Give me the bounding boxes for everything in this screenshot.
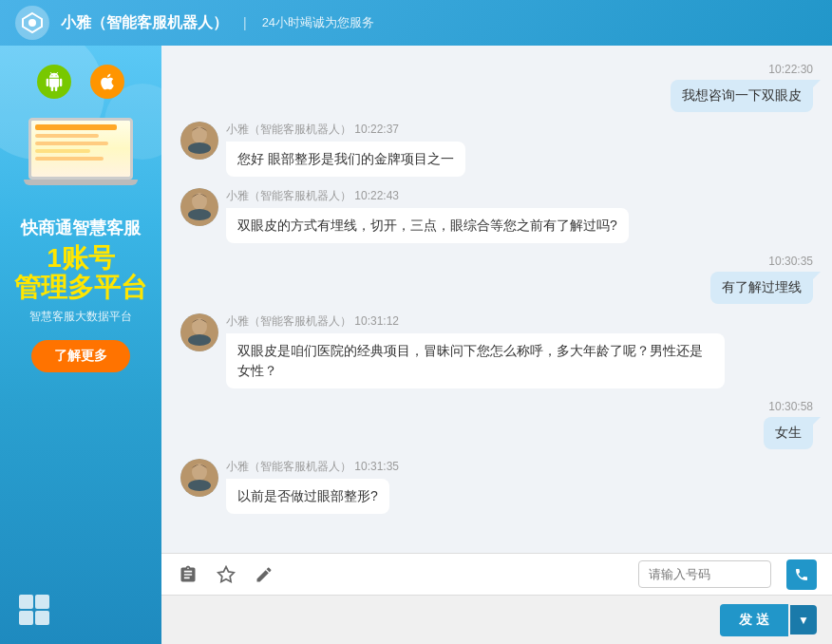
- bot-header: 小雅（智能客服机器人） 10:31:12: [226, 313, 813, 330]
- user-message: 有了解过埋线: [180, 272, 813, 304]
- screen-bar-4: [35, 149, 90, 153]
- svg-marker-14: [218, 566, 235, 581]
- bot-avatar: [180, 313, 218, 351]
- screen-bar-5: [35, 157, 104, 161]
- header-subtitle: 24小时竭诚为您服务: [262, 14, 374, 31]
- learn-more-button[interactable]: 了解更多: [31, 340, 130, 372]
- laptop-base: [24, 180, 138, 185]
- bot-message: 小雅（智能客服机器人） 10:22:37您好 眼部整形是我们的金牌项目之一: [180, 122, 813, 177]
- sidebar: 快商通智慧客服 1账号 管理多平台 智慧客服大数据平台 了解更多: [0, 46, 161, 644]
- bot-bubble: 您好 眼部整形是我们的金牌项目之一: [226, 142, 465, 177]
- bot-header: 小雅（智能客服机器人） 10:22:43: [226, 188, 813, 204]
- bot-message: 小雅（智能客服机器人） 10:22:43双眼皮的方式有埋线，切开，三点，眼综合等…: [180, 188, 813, 243]
- user-message: 我想咨询一下双眼皮: [180, 80, 813, 112]
- header-divider: |: [243, 15, 247, 30]
- sidebar-desc: 智慧客服大数据平台: [29, 309, 132, 325]
- svg-point-3: [192, 126, 207, 143]
- user-bubble: 我想咨询一下双眼皮: [671, 80, 813, 112]
- message-time: 10:30:58: [180, 400, 813, 413]
- sidebar-highlight: 1账号 管理多平台: [14, 244, 147, 303]
- bot-bubble: 双眼皮的方式有埋线，切开，三点，眼综合等您之前有了解过吗?: [226, 208, 629, 243]
- windows-icon: [19, 595, 49, 625]
- header-title: 小雅（智能客服机器人）: [61, 13, 228, 33]
- svg-point-10: [188, 334, 211, 346]
- bot-content: 小雅（智能客服机器人） 10:31:35以前是否做过眼部整形?: [226, 459, 813, 514]
- svg-point-1: [28, 19, 36, 27]
- send-button[interactable]: 发 送: [720, 604, 788, 636]
- bot-content: 小雅（智能客服机器人） 10:31:12双眼皮是咱们医院的经典项目，冒昧问下您怎…: [226, 313, 813, 388]
- send-dropdown-button[interactable]: ▼: [790, 605, 817, 635]
- bot-message: 小雅（智能客服机器人） 10:31:12双眼皮是咱们医院的经典项目，冒昧问下您怎…: [180, 313, 813, 388]
- bot-header: 小雅（智能客服机器人） 10:31:35: [226, 459, 813, 475]
- main-layout: 快商通智慧客服 1账号 管理多平台 智慧客服大数据平台 了解更多 10:22:3…: [0, 46, 832, 644]
- user-message: 女生: [180, 417, 813, 449]
- svg-point-6: [192, 193, 207, 210]
- bot-content: 小雅（智能客服机器人） 10:22:37您好 眼部整形是我们的金牌项目之一: [226, 122, 813, 177]
- bot-avatar: [180, 122, 218, 160]
- chat-send-row: 发 送 ▼: [161, 595, 832, 644]
- user-bubble: 有了解过埋线: [710, 272, 813, 304]
- screen-bar-3: [35, 142, 108, 145]
- svg-point-13: [188, 480, 211, 491]
- user-bubble: 女生: [764, 417, 813, 449]
- svg-point-4: [188, 142, 211, 154]
- svg-point-7: [188, 209, 211, 220]
- laptop-screen: [28, 118, 133, 180]
- svg-point-9: [192, 318, 207, 335]
- bot-bubble: 以前是否做过眼部整形?: [226, 479, 389, 514]
- edit-icon[interactable]: [253, 563, 275, 586]
- sidebar-icons: [37, 65, 124, 99]
- chat-messages[interactable]: 10:22:30我想咨询一下双眼皮 小雅（智能客服机器人） 10:22:37您好…: [161, 46, 832, 553]
- screen-bar-1: [35, 124, 117, 130]
- chat-area: 10:22:30我想咨询一下双眼皮 小雅（智能客服机器人） 10:22:37您好…: [161, 46, 832, 644]
- header-logo: [15, 6, 49, 40]
- bot-avatar: [180, 459, 218, 497]
- svg-point-12: [192, 464, 207, 481]
- bot-avatar: [180, 188, 218, 226]
- message-time: 10:22:30: [180, 63, 813, 76]
- message-time: 10:30:35: [180, 255, 813, 268]
- screen-bar-2: [35, 134, 99, 138]
- chat-toolbar: [161, 553, 832, 595]
- header: 小雅（智能客服机器人） | 24小时竭诚为您服务: [0, 0, 832, 46]
- clipboard-icon[interactable]: [177, 563, 199, 586]
- android-icon: [37, 65, 71, 99]
- bot-content: 小雅（智能客服机器人） 10:22:43双眼皮的方式有埋线，切开，三点，眼综合等…: [226, 188, 813, 243]
- bot-message: 小雅（智能客服机器人） 10:31:35以前是否做过眼部整形?: [180, 459, 813, 514]
- bot-header: 小雅（智能客服机器人） 10:22:37: [226, 122, 813, 138]
- laptop-screen-inner: [31, 121, 130, 177]
- sidebar-brand: 快商通智慧客服: [21, 218, 141, 239]
- bot-bubble: 双眼皮是咱们医院的经典项目，冒昧问下您怎么称呼，多大年龄了呢？男性还是女性？: [226, 333, 725, 388]
- sidebar-laptop: [19, 118, 142, 194]
- star-icon[interactable]: [215, 563, 237, 586]
- apple-icon: [90, 65, 124, 99]
- phone-input[interactable]: [638, 560, 771, 588]
- phone-button[interactable]: [786, 559, 817, 590]
